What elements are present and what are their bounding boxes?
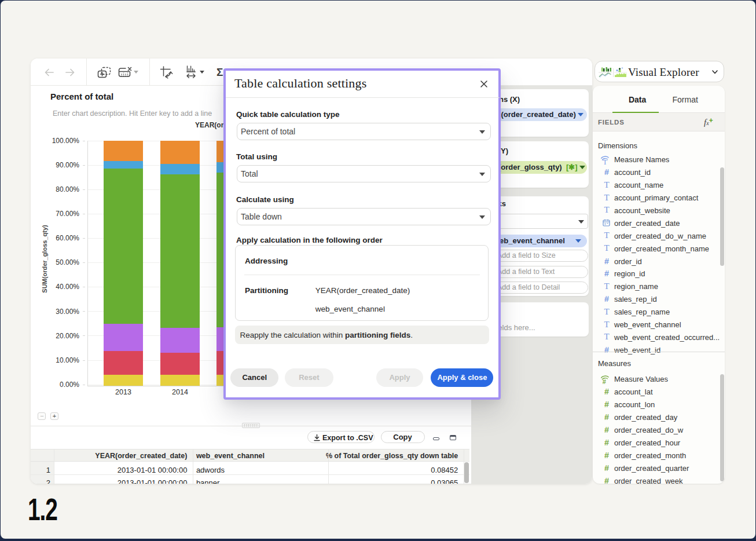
svg-text:#: # [603,378,606,385]
svg-text:T: T [603,158,607,165]
